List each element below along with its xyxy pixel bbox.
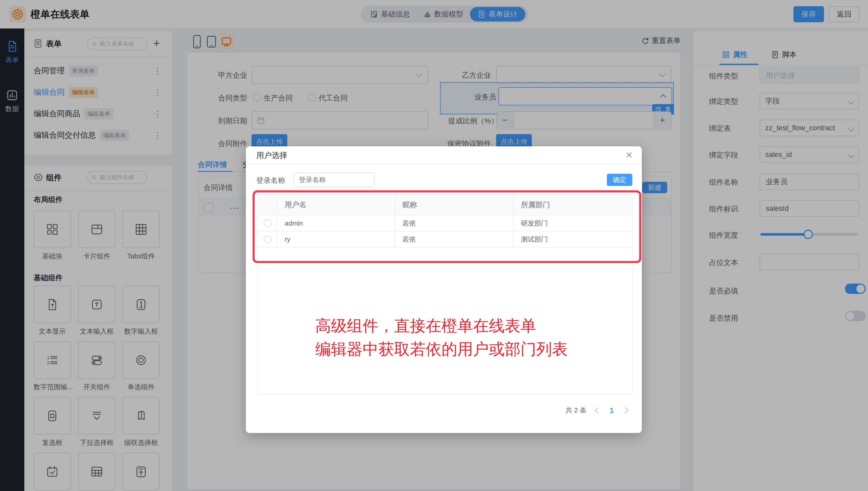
annotation-line-2: 编辑器中获取若依的用户或部门列表: [315, 338, 568, 361]
login-name-field[interactable]: [293, 172, 375, 187]
total-count: 共 2 条: [565, 406, 586, 415]
app: 橙单在线表单 基础信息 数据模型 表单设计 保存 返回 表单 数据: [0, 0, 868, 491]
cell-nickname: 若依: [395, 232, 514, 247]
cell-department: 测试部门: [514, 232, 632, 247]
col-department: 所属部门: [514, 195, 632, 215]
table-row[interactable]: ry 若依 测试部门: [258, 232, 632, 248]
current-page[interactable]: 1: [610, 406, 614, 415]
annotation-line-1: 高级组件，直接在橙单在线表单: [315, 314, 568, 338]
row-radio[interactable]: [264, 219, 272, 227]
user-select-dialog: 用户选择 × 登录名称 确定 用户名 昵称 所属部门 admin 若依 研发部门: [246, 146, 642, 433]
table-header-row: 用户名 昵称 所属部门: [258, 195, 632, 215]
user-table: 用户名 昵称 所属部门 admin 若依 研发部门 ry 若依 测试部门: [257, 194, 632, 395]
confirm-button[interactable]: 确定: [607, 174, 632, 186]
cell-username: ry: [277, 232, 395, 247]
dialog-title: 用户选择: [256, 146, 287, 165]
table-row[interactable]: admin 若依 研发部门: [258, 215, 632, 232]
login-name-input[interactable]: [299, 176, 370, 184]
cell-department: 研发部门: [514, 215, 632, 231]
annotation-text: 高级组件，直接在橙单在线表单 编辑器中获取若依的用户或部门列表: [315, 314, 568, 361]
col-nickname: 昵称: [395, 195, 514, 215]
cell-nickname: 若依: [395, 215, 514, 231]
close-icon[interactable]: ×: [626, 148, 632, 161]
prev-page-icon[interactable]: [595, 407, 601, 413]
next-page-icon[interactable]: [622, 407, 628, 413]
row-radio[interactable]: [264, 235, 272, 243]
login-name-label: 登录名称: [256, 176, 285, 185]
col-username: 用户名: [277, 195, 395, 215]
radio-column-header: [258, 195, 277, 215]
cell-username: admin: [277, 215, 395, 231]
dialog-header: 用户选择 ×: [246, 146, 642, 165]
pagination: 共 2 条 1: [565, 406, 627, 415]
